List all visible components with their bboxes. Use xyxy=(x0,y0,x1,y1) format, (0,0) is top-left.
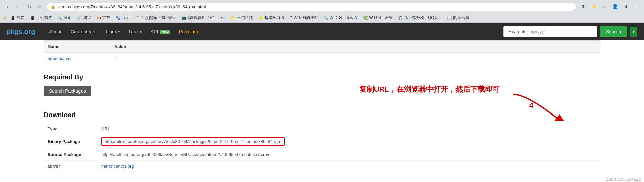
bookmark-wdg-yuque[interactable]: 🌿 W-D-G · 语雀 xyxy=(361,14,395,21)
binary-package-label: Binary Package xyxy=(44,134,97,149)
download-section: 复制URL，在浏览器中打开，然后下载即可 4 Download Type URL… xyxy=(44,111,600,172)
download-row-binary: Binary Package http://mirror.centos.org/… xyxy=(44,134,600,149)
menu-button[interactable]: ⋯ xyxy=(632,2,641,11)
lock-icon: 🔒 xyxy=(51,4,56,9)
mirror-label: Mirror xyxy=(44,161,97,172)
mirror-link[interactable]: mirror.centos.org xyxy=(101,164,134,169)
bookmark-wdg-csdn[interactable]: C W-D-G的博客 xyxy=(288,14,320,21)
bookmark-search[interactable]: 🔍 搜索 xyxy=(55,14,73,21)
download-url-header: URL xyxy=(97,124,600,134)
site-logo[interactable]: pkgs.org xyxy=(7,28,35,36)
nav-linux[interactable]: Linux xyxy=(102,27,123,36)
star-icon: ★ xyxy=(3,15,7,21)
search-dropdown-button[interactable]: ▾ xyxy=(630,27,637,37)
bookmark-jd[interactable]: JD 京东 xyxy=(94,14,112,21)
bookmark-shujian[interactable]: 📱 书签 xyxy=(8,14,26,21)
nav-about[interactable]: About xyxy=(45,27,65,36)
bookmark-yaixin[interactable]: 📁 亚信科技 xyxy=(229,14,255,21)
col-value-header: Value xyxy=(111,43,600,50)
search-packages-button[interactable]: Search Packages xyxy=(44,86,91,96)
site-navbar: pkgs.org About Contributors Linux Unix A… xyxy=(0,23,644,40)
back-button[interactable]: ‹ xyxy=(3,2,12,11)
download-button[interactable]: ⬇ xyxy=(621,2,631,11)
bookmarks-bar: ★ 📱 书签 📱 手机书签 🔍 搜索 🛒 淘宝 JD 京东 🐾 百度 📋 百度翻… xyxy=(0,13,644,23)
download-table: Type URL Binary Package http://mirror.ce… xyxy=(44,124,600,172)
mirror-url-cell: mirror.centos.org xyxy=(97,161,600,172)
dependency-table-section: Name Value httpd-suexec – xyxy=(44,40,600,65)
search-button[interactable]: Search xyxy=(600,26,627,37)
bookmark-shoujishujian[interactable]: 📱 手机书签 xyxy=(28,14,54,21)
source-package-url-cell: http://vault.centos.org/7.9.2009/os/Sour… xyxy=(97,149,600,161)
browser-toolbar: ‹ › ↻ ⌂ 🔒 centos.pkgs.org/7/centos-x86_6… xyxy=(0,0,644,13)
col-name-header: Name xyxy=(44,43,111,50)
search-button-label: Search xyxy=(606,29,621,34)
bookmark-bilibili[interactable]: 📺 哔哩哔哩（°∀°）つ... xyxy=(180,14,227,21)
table-row: httpd-suexec – xyxy=(44,53,600,65)
binary-package-url[interactable]: http://mirror.centos.org/centos/7/os/x86… xyxy=(101,137,285,146)
nav-buttons: ‹ › ↻ ⌂ xyxy=(3,2,44,11)
address-bar[interactable]: 🔒 centos.pkgs.org/7/centos-x86_64/httpd-… xyxy=(46,3,576,11)
page-content: Name Value httpd-suexec – Required By Se… xyxy=(0,40,644,172)
download-type-header: Type xyxy=(44,124,97,134)
reload-button[interactable]: ↻ xyxy=(24,2,34,11)
annotation-arrow xyxy=(506,91,567,121)
home-button[interactable]: ⌂ xyxy=(35,2,44,11)
bookmark-baidu[interactable]: 🐾 百度 xyxy=(113,14,131,21)
bookmark-chaoxing[interactable]: ⭐ 超星学习通 xyxy=(256,14,286,21)
source-package-label: Source Package xyxy=(44,149,97,161)
bookmark-readinglist[interactable]: 📖 阅读清单 xyxy=(445,14,471,21)
forward-button[interactable]: › xyxy=(13,2,23,11)
source-package-url: http://vault.centos.org/7.9.2009/os/Sour… xyxy=(101,152,270,157)
extensions-button[interactable]: ⚡ xyxy=(589,2,598,11)
search-area: Search ▾ xyxy=(503,26,637,37)
logo-text: pkgs.org xyxy=(7,28,35,35)
nav-premium[interactable]: Premium xyxy=(175,27,202,36)
nav-api[interactable]: API New xyxy=(147,27,174,36)
download-row-source: Source Package http://vault.centos.org/7… xyxy=(44,149,600,161)
address-url: centos.pkgs.org/7/centos-x86_64/httpd-2.… xyxy=(58,4,572,9)
browser-actions: ⬆ ⚡ ☆ 👤 ⬇ ⋯ xyxy=(578,2,641,11)
nav-links: About Contributors Linux Unix API New Pr… xyxy=(45,27,503,36)
table-header-row: Name Value xyxy=(44,40,600,53)
col-name-cell: httpd-suexec xyxy=(44,55,111,63)
httpd-suexec-link[interactable]: httpd-suexec xyxy=(48,56,72,61)
col-value-cell: – xyxy=(111,55,600,63)
nav-contributors[interactable]: Contributors xyxy=(67,27,100,36)
bookmark-qq-music[interactable]: 🎵 流行指数榜 - QQ音... xyxy=(396,14,443,21)
annotation-text: 复制URL，在浏览器中打开，然后下载即可 xyxy=(359,84,500,94)
required-by-title: Required By xyxy=(44,73,600,81)
bookmark-wdg-cnblogs[interactable]: 🔍 W-D-G - 博客园 xyxy=(321,14,360,21)
download-row-mirror: Mirror mirror.centos.org xyxy=(44,161,600,172)
browser-chrome: ‹ › ↻ ⌂ 🔒 centos.pkgs.org/7/centos-x86_6… xyxy=(0,0,644,23)
bookmark-taobao[interactable]: 🛒 淘宝 xyxy=(75,14,93,21)
bookmark-translate[interactable]: 📋 百度翻译-200种语... xyxy=(133,14,178,21)
profile-button[interactable]: 👤 xyxy=(610,2,620,11)
search-input[interactable] xyxy=(503,26,597,37)
api-badge: New xyxy=(160,30,170,34)
nav-unix[interactable]: Unix xyxy=(125,27,145,36)
bookmark-button[interactable]: ☆ xyxy=(600,2,609,11)
share-button[interactable]: ⬆ xyxy=(578,2,588,11)
binary-package-url-cell: http://mirror.centos.org/centos/7/os/x86… xyxy=(97,134,600,149)
